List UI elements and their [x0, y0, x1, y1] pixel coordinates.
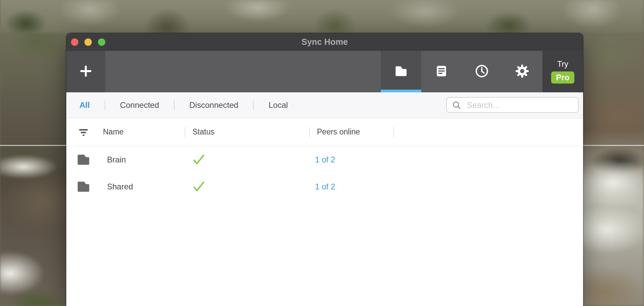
window-titlebar: Sync Home: [66, 33, 583, 51]
tab-divider: [253, 100, 254, 110]
window-title: Sync Home: [301, 37, 348, 47]
column-divider: [393, 127, 394, 137]
tab-preferences[interactable]: [502, 51, 542, 92]
tab-folders[interactable]: [381, 51, 421, 92]
column-header-status[interactable]: Status: [192, 118, 214, 146]
background-photo-left: [0, 33, 68, 306]
traffic-lights: [71, 33, 105, 51]
app-window: Sync Home: [66, 33, 583, 306]
desktop-background: Sync Home: [0, 0, 644, 306]
table-row[interactable]: Brain 1 of 2: [66, 146, 583, 173]
folder-name: Brain: [107, 146, 126, 173]
toolbar-spacer: [105, 51, 381, 92]
minimize-button[interactable]: [84, 38, 92, 46]
try-pro-button[interactable]: Try Pro: [542, 51, 583, 92]
filter-tab-disconnected[interactable]: Disconnected: [189, 100, 238, 110]
tab-log[interactable]: [421, 51, 462, 92]
table-header: Name Status Peers online: [66, 118, 583, 146]
peers-online-link[interactable]: 1 of 2: [315, 146, 335, 173]
tab-divider: [105, 100, 105, 110]
column-header-name[interactable]: Name: [103, 118, 123, 146]
add-folder-button[interactable]: [66, 51, 105, 92]
tab-history[interactable]: [462, 51, 502, 92]
search-icon: [452, 100, 462, 110]
folder-icon: [77, 154, 90, 167]
clock-icon: [474, 63, 490, 80]
search-input[interactable]: [466, 100, 573, 110]
filter-tab-all[interactable]: All: [79, 100, 90, 110]
column-divider: [309, 127, 310, 137]
synced-check-icon: [192, 181, 206, 194]
peers-online-link[interactable]: 1 of 2: [315, 173, 335, 200]
try-label: Try: [557, 60, 568, 69]
background-photo-top: [0, 0, 644, 34]
gear-icon: [514, 63, 530, 81]
folder-icon: [77, 181, 90, 194]
background-photo-right: [582, 33, 644, 306]
column-divider: [185, 127, 185, 137]
pro-badge: Pro: [551, 71, 574, 84]
synced-check-icon: [192, 154, 206, 167]
filter-tab-local[interactable]: Local: [269, 100, 288, 110]
search-box[interactable]: [446, 97, 579, 113]
close-button[interactable]: [71, 38, 78, 46]
folder-name: Shared: [107, 173, 133, 200]
toolbar: Try Pro: [66, 51, 583, 92]
folder-icon: [393, 63, 409, 80]
filter-icon[interactable]: [78, 127, 89, 140]
zoom-button[interactable]: [98, 38, 105, 46]
plus-icon: [78, 64, 93, 80]
table-row[interactable]: Shared 1 of 2: [66, 173, 583, 200]
filter-bar: All Connected Disconnected Local: [66, 92, 583, 118]
column-header-peers-online[interactable]: Peers online: [317, 118, 360, 146]
document-lines-icon: [434, 64, 449, 80]
tab-divider: [174, 100, 175, 110]
filter-tab-connected[interactable]: Connected: [120, 100, 159, 110]
